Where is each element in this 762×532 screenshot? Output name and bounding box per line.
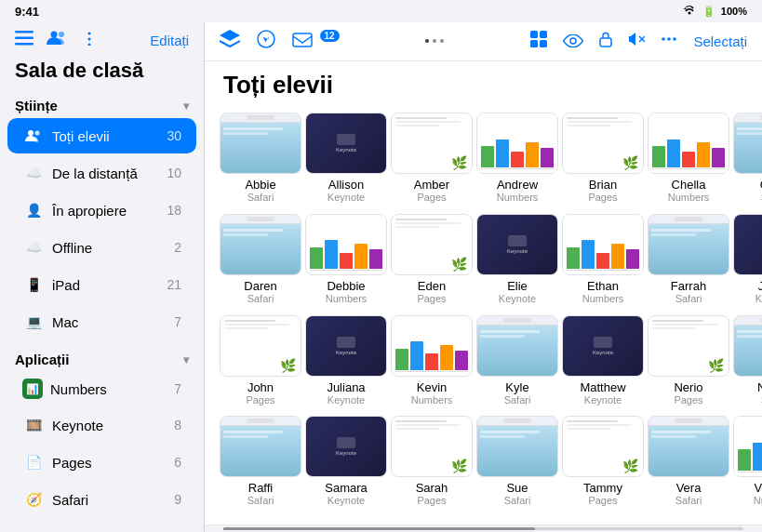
student-thumb: [220, 113, 301, 174]
sidebar-item-remote[interactable]: ☁️ De la distanță 10: [7, 155, 196, 191]
student-app: Numbers: [326, 293, 368, 304]
student-grid: AbbieSafari Keynote AllisonKeynote 🌿 Amb…: [205, 105, 762, 525]
student-card[interactable]: VeraSafari: [648, 416, 729, 510]
student-card[interactable]: AbbieSafari: [220, 113, 301, 206]
student-card[interactable]: FarrahSafari: [648, 214, 729, 308]
sidebar-title: Sala de clasă: [0, 55, 204, 92]
apps-chevron-icon[interactable]: ▾: [183, 353, 189, 366]
more-icon[interactable]: [660, 30, 678, 53]
student-name: Matthew: [580, 380, 625, 394]
student-card[interactable]: Keynote AllisonKeynote: [305, 113, 387, 206]
student-card[interactable]: AndrewNumbers: [476, 113, 558, 206]
sidebar-menu-icon[interactable]: [15, 31, 33, 50]
student-card[interactable]: Keynote ElieKeynote: [476, 214, 558, 308]
student-app: Keynote: [499, 293, 536, 304]
sidebar-item-safari[interactable]: 🧭 Safari 9: [7, 482, 196, 517]
all-students-icon: [22, 125, 45, 147]
student-card[interactable]: DebbieNumbers: [305, 214, 387, 308]
status-indicators: 🔋 100%: [682, 5, 747, 18]
keynote-icon: 🎞️: [22, 414, 45, 436]
numbers-icon: 📊: [22, 379, 43, 399]
sidebar-item-pages[interactable]: 📄 Pages 6: [7, 445, 196, 480]
student-thumb: [220, 416, 301, 477]
content-toolbar: 12: [205, 22, 762, 61]
student-app: Numbers: [754, 495, 762, 506]
compass-icon[interactable]: [257, 30, 275, 53]
svg-point-22: [674, 37, 677, 41]
section-sciences: Științe ▾: [0, 92, 204, 117]
student-name: Tammy: [583, 481, 622, 495]
student-card[interactable]: 🌿 AmberPages: [391, 113, 473, 206]
sidebar-item-keynote[interactable]: 🎞️ Keynote 8: [7, 407, 196, 443]
student-name: Debbie: [327, 279, 365, 293]
student-card[interactable]: KyleSafari: [476, 315, 558, 409]
ipad-count: 21: [163, 277, 181, 292]
keynote-label: Keynote: [52, 418, 163, 433]
student-card[interactable]: 🌿 SarahPages: [391, 416, 473, 510]
sidebar-item-nearby[interactable]: 👤 În apropiere 18: [7, 193, 196, 228]
sidebar-item-all-students[interactable]: Toți elevii 30: [7, 118, 196, 153]
student-card[interactable]: 🌿 EdenPages: [391, 214, 473, 308]
student-card[interactable]: DarenSafari: [220, 214, 301, 308]
scroll-track[interactable]: [223, 527, 743, 530]
student-name: Jason: [758, 279, 762, 293]
student-name: Sarah: [416, 481, 448, 495]
student-card[interactable]: 🌿 JohnPages: [220, 315, 301, 409]
sidebar-item-offline[interactable]: ☁️ Offline 2: [7, 230, 196, 265]
student-thumb: [733, 315, 762, 377]
student-app: Safari: [675, 293, 702, 304]
student-card[interactable]: RaffiSafari: [220, 416, 301, 510]
people-icon[interactable]: [47, 30, 67, 51]
remote-label: De la distanță: [52, 166, 163, 181]
student-card[interactable]: NicoleSafari: [733, 315, 762, 409]
content-title: Toți elevii: [205, 61, 762, 105]
svg-rect-14: [530, 40, 538, 47]
battery-icon: 🔋: [702, 6, 715, 18]
student-card[interactable]: Keynote JulianaKeynote: [305, 315, 387, 409]
student-card[interactable]: 🌿 BrianPages: [562, 113, 644, 206]
student-card[interactable]: Keynote SamaraKeynote: [305, 416, 387, 510]
offline-count: 2: [163, 240, 181, 255]
student-card[interactable]: 🌿 TammyPages: [562, 416, 644, 510]
student-thumb: Keynote: [562, 315, 644, 377]
student-thumb: 🌿: [562, 113, 644, 174]
options-icon[interactable]: [80, 31, 99, 50]
student-app: Safari: [675, 495, 702, 506]
edit-button[interactable]: Editați: [150, 33, 189, 48]
student-card[interactable]: ChrisSafari: [733, 113, 762, 206]
student-card[interactable]: SueSafari: [476, 416, 558, 510]
student-card[interactable]: EthanNumbers: [562, 214, 644, 308]
sciences-chevron-icon[interactable]: ▾: [183, 100, 189, 113]
svg-point-8: [28, 130, 33, 136]
select-button[interactable]: Selectați: [693, 33, 747, 49]
student-name: Allison: [328, 178, 364, 192]
lock-icon[interactable]: [598, 31, 613, 52]
student-name: Juliana: [327, 380, 365, 394]
sidebar-item-numbers[interactable]: 📊 Numbers 7: [7, 372, 196, 406]
student-card[interactable]: KevinNumbers: [391, 315, 473, 409]
student-app: Keynote: [584, 394, 622, 406]
eye-icon[interactable]: [563, 31, 583, 52]
student-card[interactable]: VictoriaNumbers: [733, 416, 762, 510]
sidebar-item-mac[interactable]: 💻 Mac 7: [7, 304, 196, 339]
student-card[interactable]: Keynote JasonKeynote: [733, 214, 762, 308]
student-name: Samara: [325, 481, 368, 495]
student-name: Ethan: [587, 279, 619, 293]
mail-icon[interactable]: 12: [292, 31, 340, 52]
student-thumb: [476, 113, 558, 174]
student-thumb: [648, 214, 729, 275]
sidebar-header: Editați: [0, 22, 204, 55]
student-card[interactable]: 🌿 NerioPages: [648, 315, 729, 409]
student-app: Pages: [417, 192, 446, 203]
offline-label: Offline: [52, 240, 163, 256]
content-area: 12: [205, 22, 762, 532]
layers-icon[interactable]: [220, 30, 240, 53]
mute-icon[interactable]: [628, 31, 645, 52]
student-card[interactable]: Keynote MatthewKeynote: [562, 315, 644, 409]
student-thumb: [305, 214, 387, 275]
sidebar-item-ipad[interactable]: 📱 iPad 21: [7, 267, 196, 302]
student-card[interactable]: ChellaNumbers: [648, 113, 729, 206]
grid-icon[interactable]: [529, 30, 548, 53]
pages-icon: 📄: [22, 451, 45, 473]
student-name: Kevin: [417, 380, 448, 394]
